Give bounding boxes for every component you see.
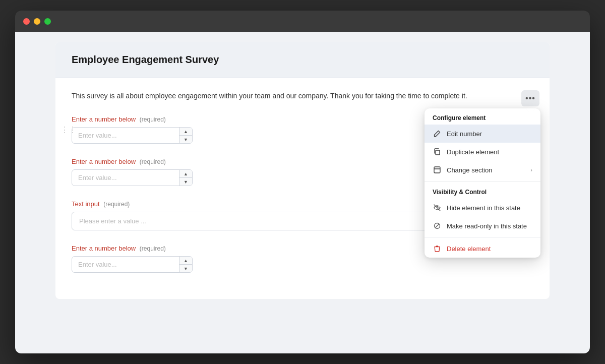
field-label-text-3: Text input <box>72 200 100 208</box>
svg-rect-1 <box>434 167 440 173</box>
titlebar <box>15 11 590 32</box>
svg-rect-0 <box>436 150 440 155</box>
edit-number-label: Edit number <box>447 130 482 138</box>
section-icon <box>433 165 442 174</box>
drag-handle-1[interactable]: ⋮⋮ <box>60 125 77 135</box>
content-area: Employee Engagement Survey This survey i… <box>15 32 590 353</box>
field-required-2: (required) <box>140 158 166 165</box>
edit-number-item[interactable]: Edit number <box>425 125 540 143</box>
visibility-section-label: Visibility & Control <box>425 184 540 199</box>
more-options-button[interactable]: ••• <box>521 90 539 106</box>
field-label-text-2: Enter a number below <box>72 158 136 165</box>
make-readonly-item[interactable]: Make read-only in this state <box>425 217 540 235</box>
spinner-up-2[interactable]: ▲ <box>179 170 192 178</box>
chevron-right-icon: › <box>530 167 532 173</box>
spinner-1: ▲ ▼ <box>179 128 192 143</box>
field-label-text-4: Enter a number below <box>72 245 136 252</box>
hide-element-label: Hide element in this state <box>447 204 520 212</box>
number-input-wrapper-2: ▲ ▼ <box>72 169 193 186</box>
field-required-3: (required) <box>103 201 130 208</box>
context-divider-1 <box>425 181 540 181</box>
pencil-icon <box>433 129 442 138</box>
spinner-down-1[interactable]: ▼ <box>179 136 192 143</box>
spinner-2: ▲ ▼ <box>179 170 192 186</box>
svg-line-4 <box>435 224 439 228</box>
hide-element-item[interactable]: Hide element in this state <box>425 199 540 217</box>
trash-icon <box>433 244 442 253</box>
maximize-button[interactable] <box>44 18 51 25</box>
close-button[interactable] <box>23 18 30 25</box>
change-section-label: Change section <box>447 166 492 174</box>
survey-title: Employee Engagement Survey <box>72 54 533 66</box>
spinner-down-2[interactable]: ▼ <box>179 178 192 186</box>
delete-element-label: Delete element <box>447 245 491 253</box>
duplicate-element-label: Duplicate element <box>447 148 499 156</box>
spinner-up-4[interactable]: ▲ <box>179 257 192 265</box>
number-input-4[interactable] <box>72 257 179 272</box>
make-readonly-label: Make read-only in this state <box>447 222 527 230</box>
survey-card: Employee Engagement Survey This survey i… <box>55 42 550 299</box>
app-window: Employee Engagement Survey This survey i… <box>15 11 590 353</box>
number-input-2[interactable] <box>72 170 179 186</box>
survey-body: This survey is all about employee engage… <box>55 78 550 299</box>
survey-header: Employee Engagement Survey <box>55 42 550 78</box>
spinner-down-4[interactable]: ▼ <box>179 265 192 272</box>
spinner-up-1[interactable]: ▲ <box>179 128 192 136</box>
minimize-button[interactable] <box>34 18 40 25</box>
change-section-item[interactable]: Change section › <box>425 161 540 179</box>
field-required-1: (required) <box>140 116 166 123</box>
field-label-text-1: Enter a number below <box>72 115 136 123</box>
number-input-wrapper-1: ▲ ▼ <box>72 127 193 144</box>
duplicate-element-item[interactable]: Duplicate element <box>425 143 540 161</box>
eye-off-icon <box>433 203 442 212</box>
text-input-3[interactable] <box>72 212 485 230</box>
context-menu: Configure element Edit number <box>425 108 540 258</box>
number-input-1[interactable] <box>72 128 179 143</box>
copy-icon <box>433 147 442 156</box>
configure-section-label: Configure element <box>425 108 540 125</box>
delete-element-item[interactable]: Delete element <box>425 239 540 258</box>
field-required-4: (required) <box>140 245 166 252</box>
number-input-wrapper-4: ▲ ▼ <box>72 256 193 273</box>
survey-description: This survey is all about employee engage… <box>72 90 533 101</box>
block-icon <box>433 221 442 230</box>
spinner-4: ▲ ▼ <box>179 257 192 272</box>
context-divider-2 <box>425 237 540 237</box>
